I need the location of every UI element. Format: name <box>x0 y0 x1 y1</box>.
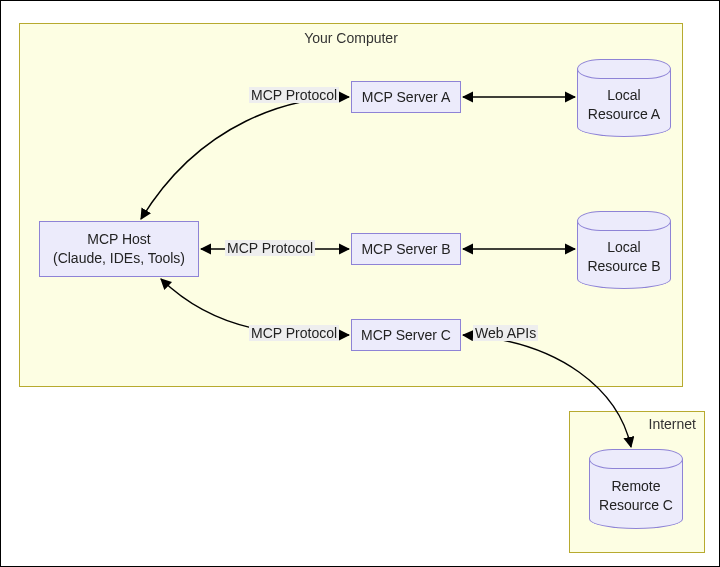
node-local-resource-a: Local Resource A <box>577 59 671 137</box>
container-your-computer-label: Your Computer <box>20 30 682 46</box>
node-remote-c-line1: Remote <box>611 477 660 496</box>
node-server-a: MCP Server A <box>351 81 461 113</box>
diagram-frame: Your Computer Internet MCP Host (Claude,… <box>0 0 720 567</box>
edge-label-host-b: MCP Protocol <box>225 240 315 256</box>
node-server-a-label: MCP Server A <box>362 88 450 107</box>
edge-label-host-c: MCP Protocol <box>249 325 339 341</box>
container-internet-label: Internet <box>570 416 704 432</box>
edge-label-host-a: MCP Protocol <box>249 87 339 103</box>
node-local-b-line2: Resource B <box>587 257 660 276</box>
node-server-c: MCP Server C <box>351 319 461 351</box>
node-remote-resource-c: Remote Resource C <box>589 449 683 529</box>
edge-label-c-remote: Web APIs <box>473 325 538 341</box>
node-server-c-label: MCP Server C <box>361 326 451 345</box>
node-mcp-host-line1: MCP Host <box>87 230 151 249</box>
node-local-b-line1: Local <box>607 238 640 257</box>
node-server-b-label: MCP Server B <box>361 240 450 259</box>
node-server-b: MCP Server B <box>351 233 461 265</box>
node-local-a-line2: Resource A <box>588 105 660 124</box>
node-mcp-host: MCP Host (Claude, IDEs, Tools) <box>39 221 199 277</box>
node-local-resource-b: Local Resource B <box>577 211 671 289</box>
node-mcp-host-line2: (Claude, IDEs, Tools) <box>53 249 185 268</box>
node-local-a-line1: Local <box>607 86 640 105</box>
node-remote-c-line2: Resource C <box>599 496 673 515</box>
